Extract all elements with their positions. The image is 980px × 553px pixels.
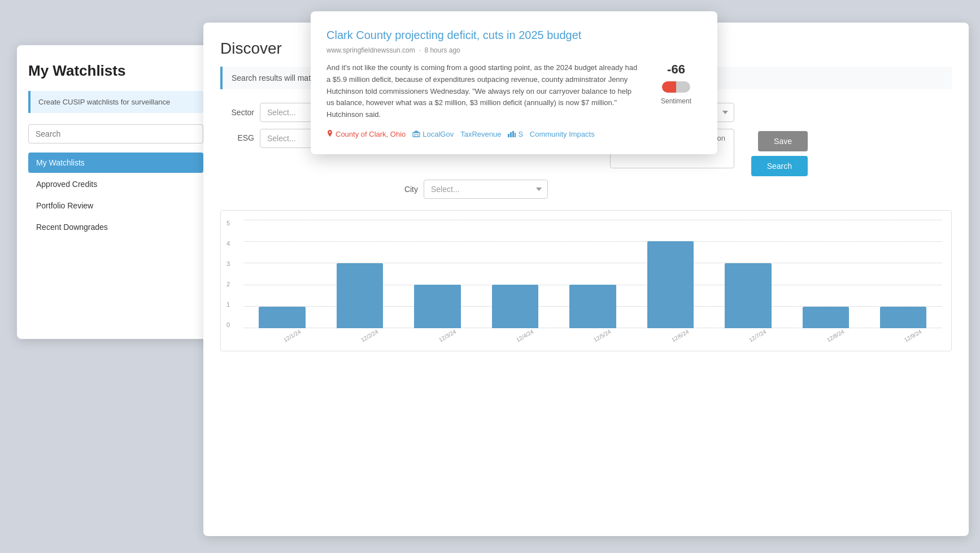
bar: [725, 263, 771, 328]
svg-rect-2: [415, 134, 418, 137]
bar: [492, 285, 538, 328]
y-label: 2: [227, 281, 230, 288]
sentiment-label: Sentiment: [661, 97, 691, 105]
bar-group: 12/7/24: [709, 220, 787, 328]
bar-date-label: 12/9/24: [903, 328, 922, 343]
bar-group: 12/1/24: [243, 220, 321, 328]
chart-y-axis: 012345: [227, 220, 230, 328]
bar-group: 12/9/24: [865, 220, 942, 328]
bar-group: 12/6/24: [631, 220, 709, 328]
bar-date-label: 12/4/24: [515, 328, 534, 343]
bar-group: 12/2/24: [321, 220, 398, 328]
sidebar-nav: My WatchlistsApproved CreditsPortfolio R…: [28, 153, 203, 237]
news-title[interactable]: Clark County projecting deficit, cuts in…: [326, 27, 702, 43]
esg-label: ESG: [220, 129, 254, 142]
search-button[interactable]: Search: [751, 156, 808, 176]
sentiment-box: -66 Sentiment: [651, 62, 702, 121]
chart-bars: 12/1/2412/2/2412/3/2412/4/2412/5/2412/6/…: [243, 220, 942, 328]
bar: [569, 285, 616, 328]
sidebar-nav-item-my-watchlists[interactable]: My Watchlists: [28, 153, 203, 173]
news-popup: Clark County projecting deficit, cuts in…: [311, 11, 717, 154]
bar-date-label: 12/6/24: [670, 328, 690, 343]
svg-marker-1: [412, 130, 420, 133]
community-icon: [508, 130, 516, 137]
bar: [880, 307, 926, 328]
sentiment-score: -66: [667, 62, 685, 77]
news-tags: County of Clark, Ohio LocalGov TaxRevenu…: [326, 130, 702, 138]
action-buttons: Save Search: [740, 129, 808, 176]
svg-rect-3: [508, 134, 509, 137]
tag-tax[interactable]: TaxRevenue: [460, 130, 501, 138]
news-text: And it's not like the county is coming f…: [326, 62, 639, 121]
bar-date-label: 12/2/24: [360, 328, 379, 343]
gov-icon: [412, 130, 420, 137]
city-label: City: [390, 185, 418, 194]
bar: [337, 263, 383, 328]
bar-group: 12/8/24: [787, 220, 864, 328]
bar-date-label: 12/7/24: [748, 328, 767, 343]
svg-rect-4: [510, 132, 512, 137]
bar-date-label: 12/3/24: [438, 328, 457, 343]
svg-rect-5: [512, 131, 514, 137]
sidebar-nav-item-portfolio-review[interactable]: Portfolio Review: [28, 195, 203, 216]
tag-gov[interactable]: LocalGov: [412, 130, 454, 138]
news-source: www.springfieldnewssun.com · 8 hours ago: [326, 46, 702, 54]
sector-label: Sector: [220, 108, 254, 117]
sidebar-nav-item-approved-credits[interactable]: Approved Credits: [28, 174, 203, 194]
tag-community[interactable]: S Community Impacts: [508, 130, 594, 138]
sidebar-panel: My Watchlists Create CUSIP watchlists fo…: [17, 45, 215, 339]
y-label: 1: [227, 301, 230, 308]
bar-date-label: 12/1/24: [282, 328, 302, 343]
bar: [647, 241, 694, 328]
bar-chart: 012345 12/1/2412/2/2412/3/2412/4/2412/5/…: [220, 210, 952, 351]
bar-date-label: 12/8/24: [826, 328, 845, 343]
city-select[interactable]: Select...: [424, 180, 548, 199]
y-label: 0: [227, 321, 230, 328]
sidebar-nav-item-recent-downgrades[interactable]: Recent Downgrades: [28, 217, 203, 237]
news-body: And it's not like the county is coming f…: [326, 62, 702, 121]
location-icon: [326, 130, 333, 138]
bar-date-label: 12/5/24: [593, 328, 612, 343]
bar-group: 12/5/24: [554, 220, 631, 328]
save-button[interactable]: Save: [758, 131, 808, 151]
sentiment-toggle[interactable]: [662, 81, 690, 93]
tag-location[interactable]: County of Clark, Ohio: [326, 130, 406, 138]
y-label: 4: [227, 240, 230, 247]
sidebar-title: My Watchlists: [28, 62, 203, 80]
y-label: 5: [227, 220, 230, 227]
bar: [414, 285, 460, 328]
y-label: 3: [227, 260, 230, 267]
sidebar-search-input[interactable]: [28, 124, 203, 143]
bar-group: 12/4/24: [476, 220, 554, 328]
svg-rect-6: [515, 133, 516, 137]
bar-group: 12/3/24: [399, 220, 476, 328]
sidebar-create-note: Create CUSIP watchlists for surveillance: [28, 91, 203, 113]
bar: [259, 307, 305, 328]
bar: [803, 307, 849, 328]
